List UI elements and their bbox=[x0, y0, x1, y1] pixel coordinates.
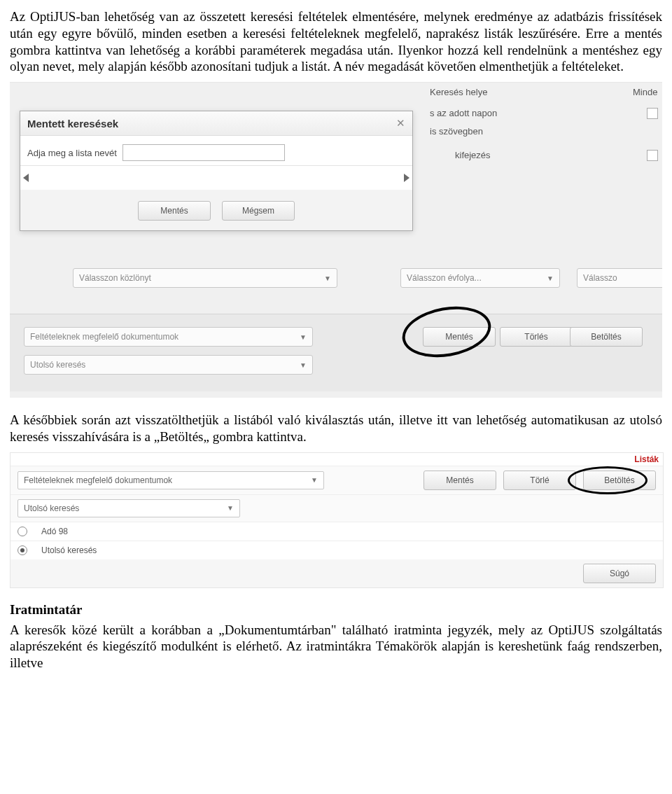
heading-iratmintatar: Iratmintatár bbox=[10, 602, 662, 618]
lower-toolbar: Feltételeknek megfelelő dokumentumok▼ Me… bbox=[10, 314, 662, 391]
scroll-right-icon[interactable] bbox=[404, 174, 410, 182]
bg-select-kozlony[interactable]: Válasszon közlönyt▼ bbox=[73, 268, 337, 288]
ss2-torles-button[interactable]: Törlé bbox=[503, 471, 576, 490]
bg-label-szovegben: is szövegben bbox=[430, 126, 483, 137]
ss2-select-utolso[interactable]: Utolsó keresés▼ bbox=[18, 499, 240, 517]
radio-ado98[interactable] bbox=[18, 527, 27, 536]
chevron-down-icon: ▼ bbox=[547, 274, 554, 282]
highlight-ring bbox=[398, 300, 495, 363]
bg-label-minde: Minde bbox=[633, 87, 657, 97]
bg-select-kozlony-label: Válasszon közlönyt bbox=[79, 273, 151, 283]
highlight-ring-betoltes bbox=[568, 466, 648, 494]
ss2-mentes-button[interactable]: Mentés bbox=[424, 471, 496, 490]
saved-searches-dialog: Mentett keresések ✕ Adja meg a lista nev… bbox=[20, 111, 413, 231]
lower-select-utolso-label: Utolsó keresés bbox=[30, 360, 85, 370]
ss2-select-utolso-label: Utolsó keresés bbox=[24, 503, 79, 513]
radio-utolso-label: Utolsó keresés bbox=[41, 545, 97, 555]
bg-checkbox-2[interactable] bbox=[647, 150, 658, 161]
paragraph-reload: A későbbiek során azt visszatölthetjük a… bbox=[10, 412, 662, 445]
dialog-cancel-button[interactable]: Mégsem bbox=[222, 201, 295, 221]
dialog-save-button[interactable]: Mentés bbox=[138, 201, 211, 221]
bg-checkbox-1[interactable] bbox=[647, 108, 658, 119]
dialog-title-text: Mentett keresések bbox=[27, 118, 118, 130]
bg-select-evfolyam[interactable]: Válasszon évfolya...▼ bbox=[400, 268, 560, 288]
chevron-down-icon: ▼ bbox=[300, 333, 307, 341]
dialog-prompt: Adja meg a lista nevét bbox=[27, 148, 117, 158]
chevron-down-icon: ▼ bbox=[227, 504, 234, 512]
lower-select-utolso[interactable]: Utolsó keresés▼ bbox=[24, 355, 313, 375]
paragraph-iratmintatar: A keresők közé került a korábban a „Doku… bbox=[10, 622, 662, 671]
bg-label-kereses-helye: Keresés helye bbox=[430, 87, 487, 97]
screenshot-lists-panel: Listák Feltételeknek megfelelő dokumentu… bbox=[10, 452, 664, 588]
bg-select-evfolyam-label: Válasszon évfolya... bbox=[407, 273, 482, 283]
bg-label-adott-napon: s az adott napon bbox=[430, 108, 497, 118]
lower-torles-button[interactable]: Törlés bbox=[500, 327, 573, 347]
chevron-down-icon: ▼ bbox=[300, 361, 307, 369]
paragraph-intro: Az OptiJUS-ban lehetőség van az összetet… bbox=[10, 8, 662, 75]
bg-select-valasszo-label: Válasszo bbox=[583, 273, 617, 283]
screenshot-save-dialog: Keresés helye Minde s az adott napon is … bbox=[10, 82, 662, 398]
lower-select-felt[interactable]: Feltételeknek megfelelő dokumentumok▼ bbox=[24, 327, 313, 347]
list-name-input[interactable] bbox=[122, 144, 285, 161]
dialog-scrollbar[interactable] bbox=[20, 165, 412, 190]
lower-select-felt-label: Feltételeknek megfelelő dokumentumok bbox=[30, 332, 178, 342]
bg-label-kifejezes: kifejezés bbox=[455, 150, 491, 160]
bg-select-valasszo[interactable]: Válasszo bbox=[577, 268, 662, 288]
close-icon[interactable]: ✕ bbox=[396, 117, 405, 130]
chevron-down-icon: ▼ bbox=[311, 476, 318, 484]
radio-utolso[interactable] bbox=[18, 545, 27, 555]
ss2-select-felt-label: Feltételeknek megfelelő dokumentumok bbox=[24, 475, 172, 485]
lists-heading: Listák bbox=[634, 454, 659, 464]
ss2-select-felt[interactable]: Feltételeknek megfelelő dokumentumok▼ bbox=[18, 471, 324, 489]
radio-ado98-label: Adó 98 bbox=[41, 527, 68, 536]
lower-betoltes-button[interactable]: Betöltés bbox=[570, 327, 643, 347]
sugo-button[interactable]: Súgó bbox=[583, 564, 656, 583]
scroll-left-icon[interactable] bbox=[23, 174, 29, 182]
chevron-down-icon: ▼ bbox=[324, 274, 331, 282]
